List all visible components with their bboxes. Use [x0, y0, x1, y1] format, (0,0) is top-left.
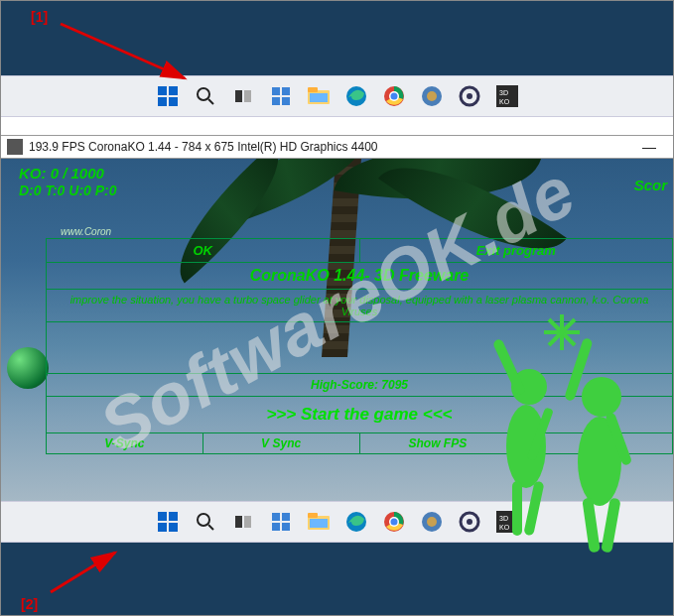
svg-point-19	[390, 93, 397, 100]
svg-rect-40	[308, 513, 318, 518]
app-icon-1[interactable]	[420, 510, 444, 534]
settings-icon[interactable]	[458, 84, 481, 108]
gap	[1, 117, 673, 135]
svg-rect-37	[272, 523, 280, 531]
ok-button[interactable]: OK	[47, 239, 360, 262]
start-game-button[interactable]: >>> Start the game <<<	[47, 397, 672, 433]
chrome-icon[interactable]	[382, 84, 406, 108]
svg-point-47	[427, 517, 437, 527]
svg-rect-33	[235, 516, 242, 528]
svg-text:3D: 3D	[499, 515, 508, 522]
svg-rect-34	[244, 516, 251, 528]
svg-text:KO: KO	[499, 524, 510, 531]
svg-line-6	[208, 99, 213, 104]
arrow-2	[46, 548, 145, 597]
titlebar-app-icon	[7, 139, 23, 155]
desktop-area-bottom: [2]	[1, 543, 673, 616]
svg-rect-10	[282, 87, 290, 95]
svg-point-21	[427, 91, 437, 101]
edge-icon[interactable]	[344, 510, 368, 534]
svg-rect-28	[169, 512, 178, 521]
start-icon[interactable]	[156, 510, 180, 534]
taskview-icon[interactable]	[231, 84, 255, 108]
svg-rect-29	[158, 523, 167, 532]
settings-icon[interactable]	[458, 510, 481, 534]
widgets-icon[interactable]	[269, 510, 293, 534]
search-icon[interactable]	[194, 510, 217, 534]
svg-rect-14	[308, 87, 318, 92]
hud-ko: KO: 0 / 1000	[19, 165, 104, 182]
taskbar-bottom: 3DKO	[1, 501, 673, 543]
svg-point-49	[467, 519, 472, 525]
globe-graphic	[7, 347, 49, 389]
chrome-icon[interactable]	[382, 510, 406, 534]
svg-rect-9	[272, 87, 280, 95]
highscore-label: High-Score: 7095	[47, 374, 672, 397]
svg-rect-8	[244, 90, 251, 102]
game-description: improve the situation, you have a turbo …	[47, 290, 672, 322]
svg-point-23	[467, 93, 472, 99]
app-icon-1[interactable]	[420, 84, 444, 108]
option-vsync-2[interactable]: V Sync	[203, 433, 360, 453]
svg-rect-7	[235, 90, 242, 102]
svg-text:KO: KO	[499, 98, 510, 105]
svg-point-45	[390, 519, 397, 526]
game-title: CoronaKO 1.44- 3D Freeware	[47, 263, 672, 290]
svg-rect-41	[310, 519, 328, 528]
minimize-button[interactable]: —	[631, 139, 667, 155]
svg-rect-35	[272, 513, 280, 521]
window-title: 193.9 FPS CoronaKO 1.44 - 784 x 675 Inte…	[29, 140, 378, 154]
hud-stats: D:0 T:0 U:0 P:0	[19, 183, 117, 198]
svg-rect-12	[282, 97, 290, 105]
window-titlebar[interactable]: 193.9 FPS CoronaKO 1.44 - 784 x 675 Inte…	[1, 135, 673, 159]
annotation-2: [2]	[21, 596, 38, 612]
svg-rect-27	[158, 512, 167, 521]
svg-rect-15	[310, 93, 328, 102]
svg-line-53	[51, 553, 115, 592]
svg-rect-11	[272, 97, 280, 105]
svg-text:3D: 3D	[499, 89, 508, 96]
edge-icon[interactable]	[344, 84, 368, 108]
option-show-fps[interactable]: Show FPS	[360, 433, 517, 453]
explorer-icon[interactable]	[307, 84, 331, 108]
search-icon[interactable]	[194, 84, 217, 108]
svg-line-32	[208, 525, 213, 530]
desktop-area-top: [1]	[1, 1, 673, 75]
game-menu: OK Exit program CoronaKO 1.44- 3D Freewa…	[46, 238, 673, 454]
svg-rect-4	[169, 97, 178, 106]
svg-point-31	[198, 514, 209, 526]
menu-spacer	[47, 322, 672, 374]
option-more[interactable]: ...	[516, 433, 672, 453]
svg-rect-38	[282, 523, 290, 531]
coronako-icon[interactable]: 3DKO	[495, 510, 519, 534]
taskview-icon[interactable]	[231, 510, 255, 534]
svg-point-5	[198, 88, 209, 100]
url-text: www.Coron	[61, 226, 111, 237]
svg-rect-36	[282, 513, 290, 521]
svg-line-0	[61, 24, 185, 78]
svg-rect-3	[158, 97, 167, 106]
svg-rect-30	[169, 523, 178, 532]
arrow-1	[56, 19, 195, 93]
explorer-icon[interactable]	[307, 510, 331, 534]
annotation-1: [1]	[31, 9, 48, 25]
game-viewport: KO: 0 / 1000 D:0 T:0 U:0 P:0 Scor www.Co…	[1, 159, 673, 501]
exit-button[interactable]: Exit program	[360, 239, 673, 262]
option-vsync-1[interactable]: V-Sync	[47, 433, 203, 453]
hud-score: Scor	[634, 177, 667, 193]
widgets-icon[interactable]	[269, 84, 293, 108]
coronako-icon[interactable]: 3DKO	[495, 84, 519, 108]
